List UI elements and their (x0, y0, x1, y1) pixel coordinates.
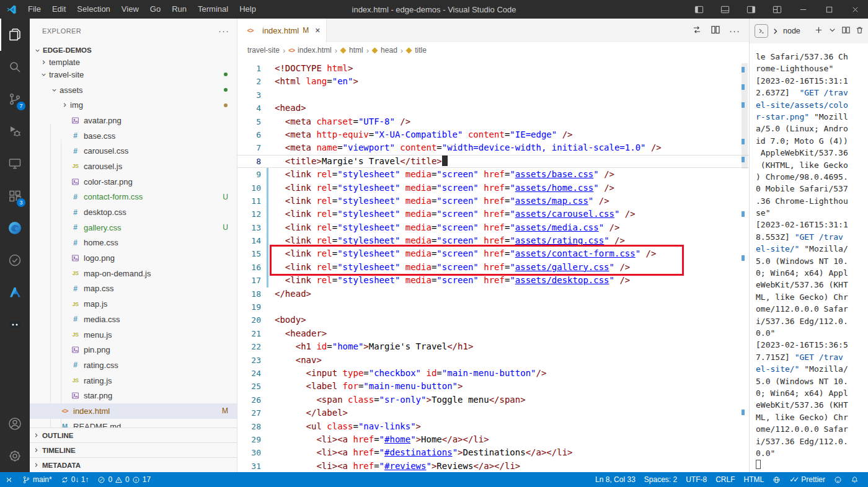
more-actions-icon[interactable]: ··· (218, 28, 229, 34)
file-logo.png[interactable]: logo.png (30, 250, 237, 266)
code-line-17[interactable]: 17 <link rel="stylesheet" media="screen"… (237, 274, 749, 287)
eol-sequence[interactable]: CRLF (711, 472, 739, 487)
code-line-21[interactable]: 21 <header> (237, 327, 749, 340)
indentation[interactable]: Spaces: 2 (640, 472, 681, 487)
activity-copilot[interactable] (0, 309, 30, 341)
code-line-23[interactable]: 23 <nav> (237, 354, 749, 367)
git-branch-status[interactable]: main* (18, 472, 56, 487)
file-gallery.css[interactable]: #gallery.cssU (30, 220, 237, 235)
file-menu.js[interactable]: JSmenu.js (30, 327, 237, 343)
tab-close-icon[interactable]: × (315, 25, 320, 35)
code-line-13[interactable]: 13 <link rel="stylesheet" media="screen"… (237, 221, 749, 234)
menu-file[interactable]: File (22, 0, 46, 19)
file-carousel.js[interactable]: JScarousel.js (30, 159, 237, 174)
folder-template[interactable]: template (30, 57, 237, 67)
code-line-6[interactable]: 6 <meta http-equiv="X-UA-Compatible" con… (237, 128, 749, 141)
file-base.css[interactable]: #base.css (30, 128, 237, 144)
file-index.html[interactable]: <>index.htmlM (30, 403, 237, 419)
sync-status[interactable]: 0↓ 1↑ (56, 472, 94, 487)
kill-terminal-icon[interactable] (855, 25, 864, 37)
menu-run[interactable]: Run (166, 0, 192, 19)
section-metadata[interactable]: METADATA (30, 457, 237, 472)
file-contact-form.css[interactable]: #contact-form.cssU (30, 190, 237, 205)
open-in-editor-icon[interactable] (755, 24, 768, 38)
activity-run-debug[interactable] (0, 115, 30, 147)
file-readme.md[interactable]: MREADME.md (30, 419, 237, 428)
menu-terminal[interactable]: Terminal (192, 0, 234, 19)
code-line-24[interactable]: 24 <input type="checkbox" id="main-menu-… (237, 367, 749, 380)
code-line-1[interactable]: 1<!DOCTYPE html> (237, 62, 749, 75)
breadcrumb-symbol-html[interactable]: html (349, 46, 363, 55)
language-mode[interactable]: HTML (740, 472, 769, 487)
code-line-31[interactable]: 31 <li><a href="#reviews">Reviews</a></l… (237, 460, 749, 472)
layout-sidebar-right-icon[interactable] (738, 0, 764, 19)
file-avatar.png[interactable]: avatar.png (30, 113, 237, 128)
code-line-5[interactable]: 5 <meta charset="UTF-8" /> (237, 115, 749, 128)
problems-status[interactable]: 0 0 17 (93, 472, 155, 487)
activity-account[interactable] (0, 408, 30, 440)
minimize-button[interactable] (790, 0, 816, 19)
editor-scrollbar[interactable] (742, 63, 748, 169)
breadcrumb-file[interactable]: index.html (298, 46, 332, 55)
file-media.css[interactable]: #media.css (30, 312, 237, 327)
code-line-7[interactable]: 7 <meta name="viewport" content="width=d… (237, 141, 749, 154)
file-color-star.png[interactable]: color-star.png (30, 174, 237, 190)
code-line-30[interactable]: 30 <li><a href="#destinations">Destinati… (237, 446, 749, 459)
file-home.css[interactable]: #home.css (30, 235, 237, 251)
chevron-down-icon[interactable] (828, 25, 837, 37)
code-line-4[interactable]: 4<head> (237, 102, 749, 115)
code-line-27[interactable]: 27 </label> (237, 406, 749, 419)
code-line-28[interactable]: 28 <ul class="nav-links"> (237, 420, 749, 433)
layout-sidebar-left-icon[interactable] (686, 0, 712, 19)
browser-preview[interactable] (768, 472, 785, 487)
code-line-19[interactable]: 19 (237, 301, 749, 314)
breadcrumb-symbol-title[interactable]: title (415, 46, 427, 55)
encoding[interactable]: UTF-8 (681, 472, 711, 487)
notifications[interactable] (846, 472, 863, 487)
close-button[interactable] (842, 0, 868, 19)
formatter-status[interactable]: ✓✓Prettier (785, 472, 830, 487)
maximize-button[interactable] (816, 0, 842, 19)
split-terminal-icon[interactable] (841, 25, 851, 37)
code-line-20[interactable]: 20<body> (237, 314, 749, 327)
folder-img[interactable]: img (30, 97, 237, 113)
menu-edit[interactable]: Edit (46, 0, 71, 19)
breadcrumb-symbol-head[interactable]: head (381, 46, 397, 55)
activity-remote-explorer[interactable] (0, 147, 30, 180)
remote-indicator[interactable] (0, 472, 18, 487)
split-editor-icon[interactable] (711, 25, 720, 37)
cursor-position[interactable]: Ln 8, Col 33 (591, 472, 640, 487)
file-desktop.css[interactable]: #desktop.css (30, 204, 237, 220)
layout-panel-icon[interactable] (712, 0, 738, 19)
code-line-25[interactable]: 25 <label for="main-menu-button"> (237, 380, 749, 393)
code-line-2[interactable]: 2<html lang="en"> (237, 75, 749, 88)
code-line-18[interactable]: 18</head> (237, 287, 749, 301)
file-star.png[interactable]: star.png (30, 388, 237, 403)
menu-selection[interactable]: Selection (71, 0, 115, 19)
section-outline[interactable]: OUTLINE (30, 428, 237, 442)
activity-search[interactable] (0, 51, 30, 83)
terminal-session-node[interactable]: node (772, 27, 800, 36)
file-carousel.css[interactable]: #carousel.css (30, 143, 237, 159)
file-map-on-demand.js[interactable]: JSmap-on-demand.js (30, 266, 237, 281)
menu-go[interactable]: Go (144, 0, 166, 19)
file-map.css[interactable]: #map.css (30, 281, 237, 297)
new-terminal-icon[interactable] (814, 25, 823, 37)
file-rating.css[interactable]: #rating.css (30, 358, 237, 373)
menu-view[interactable]: View (116, 0, 144, 19)
code-line-22[interactable]: 22 <h1 id="home">Margie's Travel</h1> (237, 340, 749, 353)
code-line-11[interactable]: 11 <link rel="stylesheet" media="screen"… (237, 195, 749, 208)
folder-travel-site[interactable]: travel-site (30, 67, 237, 82)
file-rating.js[interactable]: JSrating.js (30, 373, 237, 388)
activity-extensions[interactable]: 3 (0, 180, 30, 212)
file-map.js[interactable]: JSmap.js (30, 296, 237, 312)
more-actions-icon[interactable]: ··· (729, 25, 740, 36)
activity-azure[interactable] (0, 276, 30, 309)
code-line-3[interactable]: 3 (237, 89, 749, 102)
code-line-15[interactable]: 15 <link rel="stylesheet" media="screen"… (237, 247, 749, 260)
workspace-root[interactable]: EDGE-DEMOS (30, 43, 237, 57)
file-pin.png[interactable]: pin.png (30, 342, 237, 358)
open-changes-icon[interactable] (692, 25, 702, 37)
terminal-output[interactable]: le Safari/537.36 Chrome-Lighthouse"[2023… (750, 43, 868, 472)
code-line-26[interactable]: 26 <span class="sr-only">Toggle menu</sp… (237, 393, 749, 406)
